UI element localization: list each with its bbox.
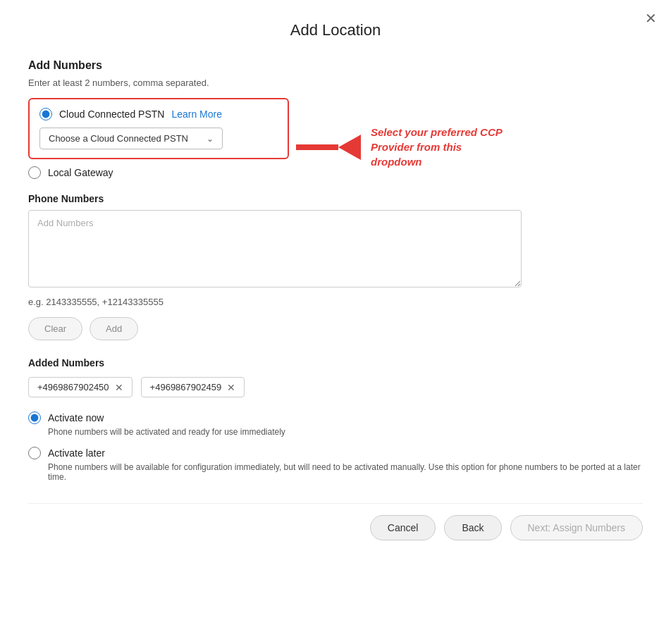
- options-annotation-wrapper: Cloud Connected PSTN Learn More Choose a…: [28, 98, 643, 193]
- learn-more-link[interactable]: Learn More: [171, 109, 222, 120]
- ccp-dropdown-row: Choose a Cloud Connected PSTN ⌄: [39, 128, 278, 149]
- chip-value-1: +4969867902459: [150, 382, 222, 392]
- number-chips-container: +4969867902450 ✕ +4969867902459 ✕: [28, 377, 643, 397]
- activate-later-radio[interactable]: [28, 447, 41, 459]
- chip-value-0: +4969867902450: [37, 382, 109, 392]
- dialog-title: Add Location: [28, 21, 643, 39]
- ccp-dropdown-placeholder: Choose a Cloud Connected PSTN: [49, 133, 188, 144]
- activate-now-label: Activate now: [48, 412, 104, 423]
- footer-buttons: Cancel Back Next: Assign Numbers: [28, 503, 643, 540]
- activate-later-row: Activate later: [28, 447, 643, 459]
- add-numbers-title: Add Numbers: [28, 59, 643, 72]
- cancel-button[interactable]: Cancel: [370, 515, 436, 540]
- cloud-pstn-label: Cloud Connected PSTN: [59, 109, 164, 120]
- cloud-pstn-radio[interactable]: [39, 108, 52, 120]
- options-container: Cloud Connected PSTN Learn More Choose a…: [28, 98, 289, 193]
- local-gateway-label: Local Gateway: [48, 167, 113, 178]
- chip-remove-1[interactable]: ✕: [227, 383, 235, 392]
- add-button[interactable]: Add: [90, 317, 138, 340]
- back-button[interactable]: Back: [444, 515, 501, 540]
- local-gateway-row: Local Gateway: [28, 166, 289, 179]
- added-numbers-section: Added Numbers +4969867902450 ✕ +49698679…: [28, 357, 643, 397]
- chip-remove-0[interactable]: ✕: [115, 383, 123, 392]
- activate-later-label: Activate later: [48, 447, 105, 459]
- activate-now-row: Activate now: [28, 411, 643, 424]
- annotation-text: Select your preferred CCP Provider from …: [371, 125, 512, 169]
- ccp-provider-dropdown[interactable]: Choose a Cloud Connected PSTN ⌄: [39, 128, 223, 149]
- phone-numbers-label: Phone Numbers: [28, 193, 643, 204]
- chevron-down-icon: ⌄: [207, 134, 214, 144]
- number-chip-0: +4969867902450 ✕: [28, 377, 133, 397]
- add-numbers-subtitle: Enter at least 2 numbers, comma separate…: [28, 78, 643, 88]
- arrow-shaft: [296, 144, 338, 150]
- close-button[interactable]: ✕: [645, 11, 657, 25]
- local-gateway-radio[interactable]: [28, 166, 41, 179]
- cloud-pstn-row: Cloud Connected PSTN Learn More: [39, 108, 278, 120]
- phone-numbers-section: Phone Numbers: [28, 193, 643, 290]
- activate-later-desc: Phone numbers will be available for conf…: [48, 462, 643, 482]
- activate-now-radio[interactable]: [28, 411, 41, 424]
- red-arrow-icon: [338, 135, 361, 160]
- example-text: e.g. 2143335555, +12143335555: [28, 297, 643, 307]
- add-location-dialog: ✕ Add Location Add Numbers Enter at leas…: [0, 0, 671, 644]
- added-numbers-label: Added Numbers: [28, 357, 643, 369]
- arrow-annotation: Select your preferred CCP Provider from …: [296, 125, 512, 169]
- clear-button[interactable]: Clear: [28, 317, 82, 340]
- activate-now-desc: Phone numbers will be activated and read…: [48, 427, 643, 437]
- number-chip-1: +4969867902459 ✕: [141, 377, 245, 397]
- activate-section: Activate now Phone numbers will be activ…: [28, 411, 643, 482]
- phone-numbers-textarea[interactable]: [28, 210, 522, 287]
- next-button[interactable]: Next: Assign Numbers: [510, 515, 644, 540]
- action-buttons: Clear Add: [28, 317, 643, 340]
- cloud-pstn-option-box: Cloud Connected PSTN Learn More Choose a…: [28, 98, 289, 159]
